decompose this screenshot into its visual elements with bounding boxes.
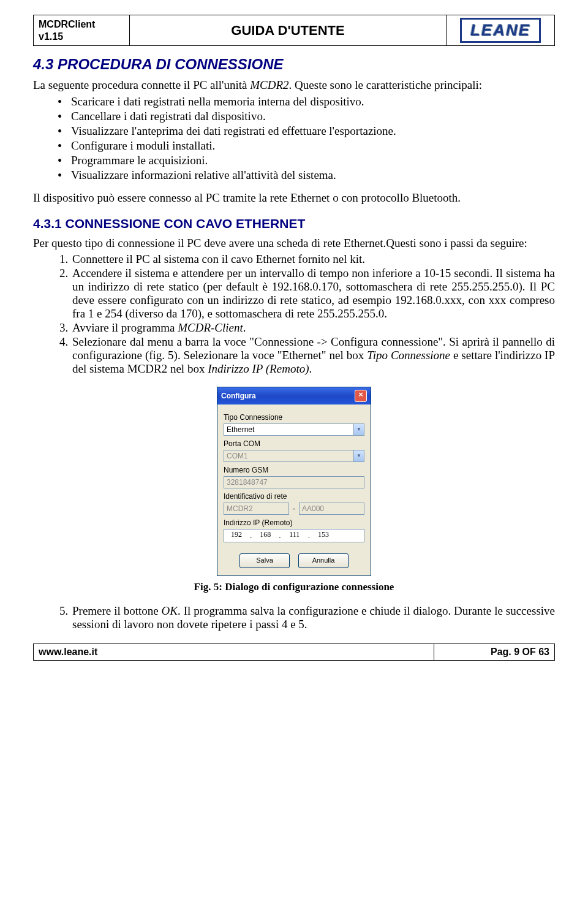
dialog-body: Tipo Connessione Ethernet ▼ Porta COM CO… (217, 404, 371, 575)
figure-caption: Fig. 5: Dialogo di configurazione connes… (33, 581, 555, 593)
ip-dot: . (249, 531, 253, 540)
figure-wrap: Configura × Tipo Connessione Ethernet ▼ … (33, 387, 555, 576)
ip-octet-3[interactable]: 111 (282, 530, 307, 541)
subsection-heading: 4.3.1 CONNESSIONE CON CAVO ETHERNET (33, 216, 555, 231)
page-header: MCDRClient v1.15 GUIDA D'UTENTE LEANE (33, 15, 555, 46)
ip-octet-2[interactable]: 168 (253, 530, 277, 541)
list-item: Scaricare i dati registrati nella memori… (71, 95, 555, 108)
label-indirizzo-ip: Indirizzo IP (Remoto) (224, 518, 364, 527)
close-icon[interactable]: × (355, 390, 367, 402)
step4-b: Tipo Connessione (367, 349, 450, 362)
dialog-buttons: Salva Annulla (224, 553, 364, 568)
list-item: Visualizzare l'anteprima dei dati regist… (71, 124, 555, 138)
list-item: Premere il bottone OK. Il programma salv… (71, 604, 555, 631)
subsection-number: 4.3.1 (33, 216, 62, 230)
porta-com-select: COM1 ▼ (224, 450, 364, 462)
save-button[interactable]: Salva (239, 553, 290, 568)
ip-dot: . (277, 531, 282, 540)
product-name: MCDRClient (39, 18, 124, 31)
footer-page-number: Pag. 9 OF 63 (434, 644, 555, 661)
leane-logo: LEANE (460, 18, 541, 43)
ip-dot: . (307, 531, 311, 540)
identificativo-1: MCDR2 (224, 503, 289, 515)
label-tipo-connessione: Tipo Connessione (224, 413, 364, 422)
header-product: MCDRClient v1.15 (34, 15, 130, 46)
subsection-title: CONNESSIONE CON CAVO ETHERNET (66, 216, 306, 230)
ip-octet-1[interactable]: 192 (224, 530, 249, 541)
step3-b: MCDR-Client (178, 321, 243, 334)
label-numero-gsm: Numero GSM (224, 466, 364, 474)
tipo-connessione-value: Ethernet (224, 423, 364, 436)
list-item: Connettere il PC al sistema con il cavo … (71, 252, 555, 266)
step5-a: Premere il bottone (72, 604, 162, 617)
ident-separator: - (293, 504, 295, 513)
identificativo-2: AA000 (299, 503, 364, 515)
dialog-title: Configura (221, 392, 256, 400)
list-item: Visualizzare informazioni relative all'a… (71, 169, 555, 182)
header-title: GUIDA D'UTENTE (130, 15, 447, 46)
config-dialog: Configura × Tipo Connessione Ethernet ▼ … (217, 387, 371, 576)
list-item: Cancellare i dati registrati dal disposi… (71, 110, 555, 123)
steps-list-continued: Premere il bottone OK. Il programma salv… (33, 604, 555, 631)
subsection-intro: Per questo tipo di connessione il PC dev… (33, 236, 555, 251)
section-title: PROCEDURA DI CONNESSIONE (58, 56, 283, 72)
label-porta-com: Porta COM (224, 439, 364, 448)
list-item: Programmare le acquisizioni. (71, 154, 555, 167)
intro-unit: MCDR2 (250, 78, 288, 91)
intro-text-a: La seguente procedura connette il PC all… (33, 78, 250, 91)
section-outro: Il dispositivo può essere connesso al PC… (33, 191, 555, 205)
page-footer: www.leane.it Pag. 9 OF 63 (33, 644, 555, 661)
header-logo-cell: LEANE (447, 15, 555, 46)
chevron-down-icon: ▼ (353, 450, 364, 461)
intro-text-b: . Queste sono le caratteristiche princip… (289, 78, 483, 91)
step4-e: . (309, 362, 312, 375)
steps-list: Connettere il PC al sistema con il cavo … (33, 252, 555, 376)
numero-gsm-input: 3281848747 (224, 476, 364, 488)
section-heading: 4.3 PROCEDURA DI CONNESSIONE (33, 56, 555, 73)
footer-url: www.leane.it (34, 644, 434, 661)
step4-d: Indirizzo IP (Remoto) (208, 362, 309, 375)
chevron-down-icon[interactable]: ▼ (353, 424, 364, 435)
list-item: Accendere il sistema e attendere per un … (71, 267, 555, 321)
dialog-titlebar[interactable]: Configura × (217, 387, 371, 404)
step3-a: Avviare il programma (72, 321, 178, 334)
feature-list: Scaricare i dati registrati nella memori… (33, 95, 555, 182)
list-item: Selezionare dal menu a barra la voce "Co… (71, 335, 555, 376)
step5-b: OK (162, 604, 178, 617)
product-version: v1.15 (39, 31, 124, 43)
list-item: Configurare i moduli installati. (71, 139, 555, 153)
section-number: 4.3 (33, 56, 53, 72)
list-item: Avviare il programma MCDR-Client. (71, 321, 555, 335)
ip-octet-4[interactable]: 153 (311, 530, 336, 541)
identificativo-group: MCDR2 - AA000 (224, 503, 364, 515)
label-identificativo: Identificativo di rete (224, 492, 364, 501)
porta-com-value: COM1 (224, 450, 364, 462)
step3-c: . (243, 321, 246, 334)
section-intro: La seguente procedura connette il PC all… (33, 78, 555, 93)
indirizzo-ip-input[interactable]: 192. 168. 111. 153 (224, 529, 364, 542)
tipo-connessione-select[interactable]: Ethernet ▼ (224, 423, 364, 436)
cancel-button[interactable]: Annulla (298, 553, 349, 568)
